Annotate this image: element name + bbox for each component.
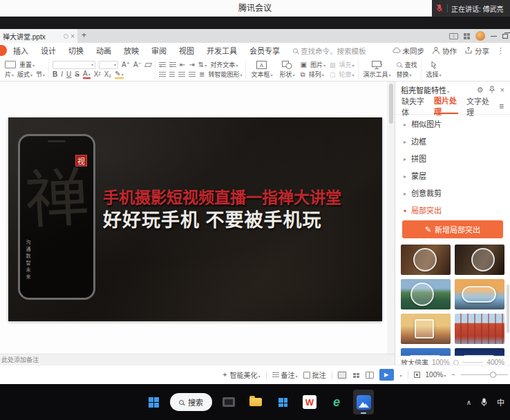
align-right-icon[interactable] [178, 72, 185, 77]
widgets-button[interactable] [272, 390, 293, 414]
decrease-indent-icon[interactable]: ⇤ [180, 61, 185, 68]
menu-view[interactable]: 视图 [173, 45, 200, 56]
section-similar-images[interactable]: 相似图片 [395, 115, 510, 132]
thumbnail-coffee-circle[interactable] [401, 245, 451, 275]
zoom-slider[interactable] [461, 374, 508, 375]
menu-review[interactable]: 审阅 [145, 45, 173, 56]
section-button[interactable]: 节 [36, 70, 45, 79]
new-slide-button[interactable]: 片 [5, 70, 14, 79]
panel-scrollbar[interactable] [507, 285, 509, 333]
tab-close-icon[interactable]: × [70, 32, 75, 40]
sync-status[interactable]: 未同步 [393, 46, 425, 56]
arrange-button[interactable]: 排列 [309, 70, 324, 79]
new-tab-button[interactable]: + [82, 30, 86, 40]
menu-member[interactable]: 会员专享 [243, 45, 286, 56]
tab-text-processing[interactable]: 文字处理 [466, 98, 491, 114]
zoom-out-button[interactable]: − [451, 371, 455, 379]
fill-button[interactable]: 填充 [339, 60, 354, 69]
font-family-select[interactable] [53, 61, 95, 69]
normal-view-button[interactable] [338, 372, 346, 379]
comments-button[interactable]: 批注 [303, 370, 326, 380]
layout-button[interactable]: 版式 [17, 70, 32, 79]
command-search[interactable]: 查找命令、搜索模板 [293, 46, 366, 56]
slide-canvas[interactable]: 禅 视 沟通数智未来 手机摄影短视频直播一指禅大讲堂 好好玩手机 不要被手机玩 [0, 82, 395, 354]
restore-button[interactable] [502, 34, 508, 39]
smart-graphic-button[interactable]: 转智能图形 [208, 70, 242, 79]
magnify-slider-track[interactable] [462, 362, 484, 363]
panel-menu-icon[interactable]: ≡ [499, 102, 504, 111]
menu-animation[interactable]: 动画 [90, 45, 117, 56]
phone-mockup-image[interactable]: 禅 视 沟通数智未来 [18, 134, 95, 300]
line-spacing-icon[interactable]: ⇅ [198, 61, 207, 68]
present-tools-column[interactable]: 演示工具 [362, 60, 393, 79]
browser-button[interactable]: e [326, 390, 347, 414]
font-color-button[interactable]: A [83, 70, 91, 79]
notes-bar[interactable]: 此处添加备注 [0, 354, 395, 365]
smart-beautify-button[interactable]: ✦ 智能美化 [222, 370, 260, 380]
active-app-button[interactable] [353, 390, 374, 414]
outline-button[interactable]: 轮廓 [339, 70, 354, 79]
strikethrough-button[interactable]: S [75, 70, 79, 78]
canvas-scrollbar[interactable] [387, 82, 395, 354]
section-border[interactable]: 边框 [395, 132, 510, 149]
textbox-column[interactable]: A 文本框 [249, 60, 274, 79]
wps-logo-icon[interactable] [0, 45, 7, 56]
align-text-button[interactable]: 对齐文本 [210, 60, 238, 69]
tab-missing-fonts[interactable]: 缺失字体 [402, 98, 426, 114]
section-local-highlight[interactable]: 局部突出 [395, 201, 510, 218]
gear-icon[interactable]: ⚙ [477, 86, 484, 94]
align-left-icon[interactable] [159, 72, 166, 77]
taskbar-search[interactable]: 搜索 [170, 393, 212, 411]
align-center-icon[interactable] [169, 72, 175, 77]
numbering-button[interactable] [169, 62, 176, 68]
thumbnail-sunset-square[interactable] [401, 314, 451, 344]
shape-column[interactable]: 形状 [278, 60, 296, 79]
menu-design[interactable]: 设计 [35, 45, 62, 56]
collaborate-button[interactable]: 协作 [432, 46, 457, 56]
bold-button[interactable]: B [53, 70, 57, 78]
more-menu-button[interactable]: ⋮ [497, 46, 504, 55]
user-avatar[interactable] [475, 31, 485, 41]
menu-transition[interactable]: 切换 [62, 45, 90, 56]
shrink-font-button[interactable]: A⁻ [133, 61, 142, 68]
zoom-slider-knob[interactable] [490, 372, 496, 378]
file-explorer-button[interactable] [245, 390, 266, 414]
panel-close-icon[interactable]: × [500, 86, 504, 94]
bullets-button[interactable] [159, 62, 166, 68]
distribute-icon[interactable]: ≣ [199, 70, 205, 78]
menu-insert[interactable]: 插入 [7, 45, 35, 56]
find-button[interactable]: 查找 [405, 60, 417, 69]
tray-mic-icon[interactable] [480, 398, 488, 407]
wps-app-button[interactable]: W [299, 390, 320, 414]
subscript-button[interactable]: X₂ [104, 70, 112, 78]
thumbnail-blue-city-rect[interactable] [401, 348, 451, 356]
section-creative-crop[interactable]: 创意裁剪 [395, 184, 510, 201]
increase-indent-icon[interactable]: ⇥ [189, 61, 194, 68]
minimize-button[interactable] [491, 36, 497, 37]
play-options-caret[interactable] [399, 371, 402, 379]
section-mask[interactable]: 蒙层 [395, 166, 510, 184]
thumbnail-pen-circle[interactable] [455, 245, 504, 275]
underline-button[interactable]: U [66, 70, 71, 78]
section-collage[interactable]: 拼图 [395, 149, 510, 166]
slide-sorter-view-button[interactable] [352, 372, 360, 379]
grow-font-button[interactable]: A⁺ [122, 61, 130, 68]
thumbnail-bridge[interactable] [455, 314, 504, 344]
thumbnail-lake-circle[interactable] [401, 279, 451, 309]
chevron-up-icon[interactable]: ∧ [466, 399, 471, 406]
notes-button[interactable]: 备注 [272, 370, 298, 380]
superscript-button[interactable]: X² [94, 70, 101, 78]
select-column[interactable]: 选择 [425, 60, 443, 79]
layout-preview-icon[interactable] [5, 61, 16, 68]
pin-icon[interactable] [489, 86, 495, 95]
thumbnail-stage-rect[interactable] [455, 348, 504, 356]
menu-devtools[interactable]: 开发工具 [200, 45, 243, 56]
task-window-thumbnail[interactable] [218, 390, 239, 414]
highlight-button[interactable]: ✎ [115, 70, 123, 79]
ime-indicator[interactable]: 中 [497, 397, 504, 408]
replace-button[interactable]: 替换 [397, 70, 412, 79]
share-button[interactable]: 分享 [464, 46, 489, 56]
reset-button[interactable]: 重置 [19, 60, 35, 69]
single-window-icon[interactable]: 1 [449, 33, 458, 39]
justify-icon[interactable] [189, 72, 196, 77]
